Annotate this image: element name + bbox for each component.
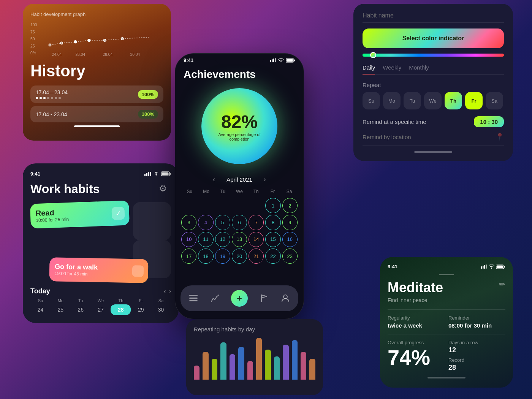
days-label: Days in a row (448, 340, 505, 345)
cal-day-18[interactable]: 18 (198, 249, 213, 264)
frequency-tabs: Daily Weekly Monthly (363, 64, 504, 75)
svg-point-27 (280, 61, 282, 62)
cal-day-empty (249, 198, 264, 213)
history-row-2: 17.04 - 23.04 100% (30, 106, 163, 122)
week-date-27[interactable]: 27 (91, 304, 111, 315)
phone-status-icons (270, 58, 295, 63)
week-date-28[interactable]: 28 (111, 304, 131, 315)
svg-rect-37 (484, 265, 485, 269)
day-pill-fr[interactable]: Fr (465, 92, 483, 109)
cal-month: April 2021 (226, 176, 252, 183)
cal-day-2[interactable]: 2 (282, 198, 298, 213)
cal-day-21[interactable]: 21 (249, 249, 264, 264)
cal-day-16[interactable]: 16 (282, 232, 298, 247)
week-date-30[interactable]: 30 (151, 304, 171, 315)
cal-day-7[interactable]: 7 (249, 215, 264, 230)
svg-point-12 (87, 39, 90, 42)
day-pill-mo[interactable]: Mo (383, 92, 401, 109)
week-date-29[interactable]: 29 (131, 304, 151, 315)
cal-day-3[interactable]: 3 (181, 215, 196, 230)
walk-habit-card[interactable]: Go for a walk 19:00 for 45 min (49, 257, 148, 283)
time-badge[interactable]: 10 : 30 (474, 116, 504, 127)
signal-icon (481, 264, 487, 269)
week-date-25[interactable]: 25 (51, 304, 71, 315)
cal-day-5[interactable]: 5 (215, 215, 230, 230)
meditate-header: Meditate ✏ (388, 280, 505, 296)
nav-arrows: ‹ › (164, 288, 171, 295)
day-pill-tu[interactable]: Tu (404, 92, 421, 109)
svg-rect-32 (189, 298, 198, 299)
home-bar (74, 125, 120, 127)
cal-day-13[interactable]: 13 (232, 232, 247, 247)
cal-day-10[interactable]: 10 (181, 232, 196, 247)
cal-day-6[interactable]: 6 (232, 215, 247, 230)
battery-icon (161, 171, 171, 176)
cal-day-22[interactable]: 22 (265, 249, 280, 264)
cal-prev-arrow[interactable]: ‹ (213, 176, 215, 184)
day-pill-we[interactable]: We (424, 92, 442, 109)
battery-icon (286, 58, 295, 63)
bar-col-9 (274, 356, 280, 380)
achievements-phone: 9:41 Achievements 82% Average percentage… (175, 53, 304, 319)
svg-text:28.04: 28.04 (103, 52, 112, 57)
bar-col-4 (230, 354, 235, 380)
cal-day-12[interactable]: 12 (215, 232, 230, 247)
svg-point-14 (121, 38, 124, 40)
day-pill-th[interactable]: Th (445, 92, 462, 109)
next-arrow[interactable]: › (169, 288, 171, 295)
cal-day-1[interactable]: 1 (265, 198, 280, 213)
record-value: 28 (448, 364, 505, 372)
cal-day-15[interactable]: 15 (265, 232, 280, 247)
cal-hdr-sa: Sa (281, 187, 298, 196)
color-indicator-button[interactable]: Select color indicator (363, 28, 504, 48)
progress-label: Overall progress (388, 340, 445, 345)
day-pill-sa[interactable]: Sa (486, 92, 503, 109)
cal-hdr-su: Su (181, 187, 198, 196)
calendar-nav: ‹ April 2021 › (175, 172, 304, 187)
regularity-stat: Regularity twice a week (388, 315, 445, 329)
remind-time-row: Remind at a specific time 10 : 30 (363, 116, 504, 127)
nav-add-button[interactable]: + (231, 290, 248, 307)
history-card: Habit development graph 100 75 50 25 0% … (23, 4, 171, 141)
svg-point-34 (283, 295, 287, 299)
nav-list-icon[interactable] (188, 293, 199, 304)
read-habit-card[interactable]: Read 10:00 for 25 min ✓ (30, 200, 130, 228)
habit-name-input[interactable] (363, 12, 504, 22)
day-pill-su[interactable]: Su (363, 92, 380, 109)
tab-weekly[interactable]: Weekly (383, 64, 401, 74)
phone-notch (215, 54, 264, 64)
cal-next-arrow[interactable]: › (264, 176, 266, 184)
cal-day-20[interactable]: 20 (232, 249, 247, 264)
settings-icon[interactable]: ⚙ (159, 183, 171, 195)
tab-daily[interactable]: Daily (363, 64, 375, 74)
cal-day-9[interactable]: 9 (282, 215, 298, 230)
prev-arrow[interactable]: ‹ (164, 288, 166, 295)
wifi-icon (489, 264, 494, 269)
week-date-24[interactable]: 24 (30, 304, 51, 315)
svg-point-13 (104, 39, 106, 41)
cal-day-14[interactable]: 14 (249, 232, 264, 247)
svg-point-39 (491, 268, 492, 269)
svg-rect-25 (273, 59, 274, 62)
cal-day-11[interactable]: 11 (198, 232, 213, 247)
cal-day-17[interactable]: 17 (181, 249, 196, 264)
signal-icon (270, 58, 276, 62)
cal-day-8[interactable]: 8 (265, 215, 280, 230)
cal-day-19[interactable]: 19 (215, 249, 230, 264)
cal-hdr-fr: Fr (264, 187, 281, 196)
location-input[interactable] (363, 134, 496, 140)
nav-flag-icon[interactable] (259, 293, 269, 304)
color-slider-track[interactable] (363, 54, 504, 57)
cal-day-4[interactable]: 4 (198, 215, 213, 230)
svg-rect-35 (481, 266, 482, 269)
nav-chart-icon[interactable] (210, 293, 220, 304)
cal-day-23[interactable]: 23 (282, 249, 298, 264)
edit-icon[interactable]: ✏ (499, 280, 505, 289)
svg-rect-24 (272, 59, 273, 62)
tab-monthly[interactable]: Monthly (409, 64, 429, 74)
meditate-subtitle: Find inner peace (388, 297, 505, 303)
bar-col-10 (283, 345, 288, 380)
nav-person-icon[interactable] (280, 293, 291, 304)
signal-icon (144, 172, 151, 176)
week-date-26[interactable]: 26 (71, 304, 91, 315)
